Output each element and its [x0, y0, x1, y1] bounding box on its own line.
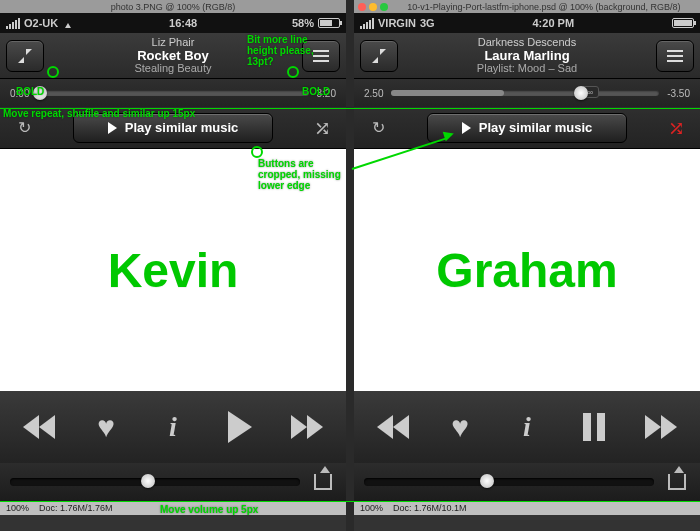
play-icon: [462, 122, 471, 134]
annot-circle: [287, 66, 299, 78]
shuffle-button[interactable]: [662, 116, 690, 140]
collapse-button[interactable]: [360, 40, 398, 72]
annot-circle: [47, 66, 59, 78]
volume-row: [354, 463, 700, 501]
traffic-lights[interactable]: [358, 3, 388, 11]
share-button[interactable]: [664, 471, 690, 493]
play-similar-button[interactable]: Play similar music: [427, 113, 627, 143]
clock: 16:48: [169, 17, 197, 29]
doc-footer: 100% Doc: 1.76M/10.1M: [354, 501, 700, 515]
transport-bar: ♥ i: [354, 391, 700, 463]
play-similar-label: Play similar music: [479, 120, 592, 135]
now-playing-titles: Liz Phair Rocket Boy Stealing Beauty: [50, 36, 296, 75]
info-button[interactable]: i: [150, 404, 196, 450]
signal-icon: [360, 18, 374, 29]
album-label: Playlist: Mood – Sad: [404, 62, 650, 75]
collapse-button[interactable]: [6, 40, 44, 72]
scrubber[interactable]: ∞: [391, 90, 659, 96]
forward-icon: [291, 415, 323, 439]
collapse-icon: [18, 49, 32, 63]
iphone-statusbar: VIRGIN 3G 4:20 PM: [354, 13, 700, 33]
love-button[interactable]: ♥: [83, 404, 129, 450]
collapse-icon: [372, 49, 386, 63]
doc-footer: 100% Doc: 1.76M/1.76M: [0, 501, 346, 515]
os-tab-title: 10-v1-Playing-Port-lastfm-iphone.psd @ 1…: [392, 2, 696, 12]
share-icon: [314, 474, 332, 490]
share-icon: [668, 474, 686, 490]
carrier-label: O2-UK: [24, 17, 58, 29]
scrubber-row: 0:00 3:20: [0, 79, 346, 107]
time-remaining: -3.50: [667, 88, 690, 99]
scrubber[interactable]: [37, 90, 308, 96]
share-button[interactable]: [310, 471, 336, 493]
reviewer-name: Kevin: [108, 243, 239, 298]
info-button[interactable]: i: [504, 404, 550, 450]
pause-icon: [583, 413, 605, 441]
clock: 4:20 PM: [533, 17, 575, 29]
love-button[interactable]: ♥: [437, 404, 483, 450]
network-label: 3G: [420, 17, 435, 29]
shuffle-button[interactable]: [308, 116, 336, 140]
rewind-button[interactable]: [16, 404, 62, 450]
zoom-label: 100%: [6, 503, 29, 513]
mockup-left: photo 3.PNG @ 100% (RGB/8) O2-UK 16:48 5…: [0, 0, 346, 531]
album-label: Stealing Beauty: [50, 62, 296, 75]
rewind-icon: [23, 415, 55, 439]
pause-button[interactable]: [571, 404, 617, 450]
volume-slider[interactable]: [364, 478, 654, 486]
os-tabbar-left: photo 3.PNG @ 100% (RGB/8): [0, 0, 346, 13]
time-remaining: 3:20: [317, 88, 336, 99]
signal-icon: [6, 18, 20, 29]
now-playing-header: Darkness Descends Laura Marling Playlist…: [354, 33, 700, 79]
battery-icon: [318, 18, 340, 28]
play-icon: [108, 122, 117, 134]
mockup-right: 10-v1-Playing-Port-lastfm-iphone.psd @ 1…: [354, 0, 700, 531]
carrier-label: VIRGIN: [378, 17, 416, 29]
album-art-area: Kevin: [0, 149, 346, 391]
play-similar-label: Play similar music: [125, 120, 238, 135]
now-playing-titles: Darkness Descends Laura Marling Playlist…: [404, 36, 650, 75]
play-button[interactable]: [217, 404, 263, 450]
guide-line: [0, 501, 700, 502]
iphone-statusbar: O2-UK 16:48 58%: [0, 13, 346, 33]
play-big-icon: [228, 411, 252, 443]
repeat-button[interactable]: [364, 116, 392, 140]
forward-button[interactable]: [284, 404, 330, 450]
doc-info: Doc: 1.76M/1.76M: [39, 503, 113, 513]
play-similar-button[interactable]: Play similar music: [73, 113, 273, 143]
volume-slider[interactable]: [10, 478, 300, 486]
similar-row: Play similar music: [0, 107, 346, 149]
repeat-button[interactable]: [10, 116, 38, 140]
os-tabbar-right: 10-v1-Playing-Port-lastfm-iphone.psd @ 1…: [354, 0, 700, 13]
tracklist-button[interactable]: [656, 40, 694, 72]
similar-row: Play similar music: [354, 107, 700, 149]
os-tab-title: photo 3.PNG @ 100% (RGB/8): [4, 2, 342, 12]
time-elapsed: 2.50: [364, 88, 383, 99]
list-icon: [313, 50, 329, 62]
tracklist-button[interactable]: [302, 40, 340, 72]
album-art-area: Graham: [354, 149, 700, 391]
time-elapsed: 0:00: [10, 88, 29, 99]
forward-button[interactable]: [638, 404, 684, 450]
forward-icon: [645, 415, 677, 439]
reviewer-name: Graham: [436, 243, 617, 298]
annot-circle: [251, 146, 263, 158]
zoom-label: 100%: [360, 503, 383, 513]
rewind-icon: [377, 415, 409, 439]
list-icon: [667, 50, 683, 62]
battery-icon: [672, 18, 694, 28]
rewind-button[interactable]: [370, 404, 416, 450]
guide-line: [0, 108, 700, 109]
scrubber-row: 2.50 ∞ -3.50: [354, 79, 700, 107]
volume-row: [0, 463, 346, 501]
track-label: Laura Marling: [404, 49, 650, 62]
track-label: Rocket Boy: [50, 49, 296, 62]
battery-pct: 58%: [292, 17, 314, 29]
wifi-icon: [62, 18, 74, 28]
doc-info: Doc: 1.76M/10.1M: [393, 503, 467, 513]
transport-bar: ♥ i: [0, 391, 346, 463]
